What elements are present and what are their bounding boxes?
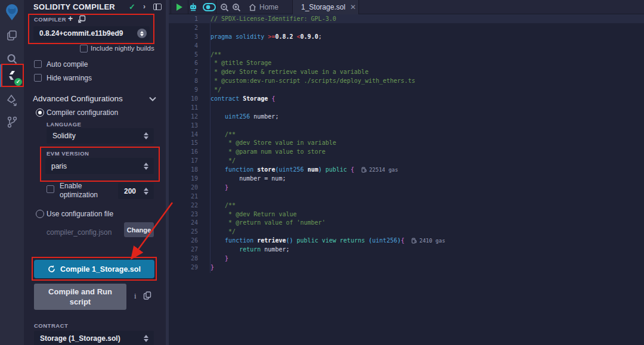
line-number[interactable]: 11 (169, 104, 198, 111)
code-line[interactable]: 11 (169, 103, 644, 112)
line-number[interactable]: 21 (169, 193, 198, 200)
code-line[interactable]: 8 * @custom:dev-run-script ./scripts/dep… (169, 76, 644, 85)
compile-and-run-button[interactable]: Compile and Run script (34, 284, 126, 310)
git-branch-icon (6, 116, 18, 129)
copilot-toggle-switch[interactable] (203, 3, 216, 11)
code-line[interactable]: 18 function store(uint256 num) public {2… (169, 165, 644, 174)
line-number[interactable]: 23 (169, 211, 198, 217)
code-line[interactable]: 7 * @dev Store & retrieve value in a var… (169, 67, 644, 76)
evm-version-select[interactable]: paris (45, 158, 154, 174)
line-number[interactable]: 24 (169, 219, 198, 226)
tab-label: 1_Storage.sol (301, 3, 345, 11)
line-content: return number; (198, 246, 289, 253)
remix-ai-robot-icon[interactable] (188, 3, 198, 12)
code-line[interactable]: 9 */ (169, 85, 644, 94)
line-number[interactable]: 17 (169, 157, 198, 164)
line-number[interactable]: 5 (169, 51, 198, 58)
code-line[interactable]: 25 */ (169, 227, 644, 236)
line-number[interactable]: 8 (169, 77, 198, 84)
optimization-runs-input[interactable]: 200 (118, 183, 154, 199)
line-number[interactable]: 15 (169, 139, 198, 146)
line-number[interactable]: 29 (169, 264, 198, 271)
panel-title: SOLIDITY COMPILER (33, 2, 115, 11)
line-number[interactable]: 4 (169, 42, 198, 49)
nightly-builds-checkbox[interactable] (80, 45, 88, 52)
line-number[interactable]: 10 (169, 95, 198, 102)
line-number[interactable]: 13 (169, 122, 198, 129)
line-number[interactable]: 12 (169, 113, 198, 120)
pin-panel-icon[interactable] (153, 4, 162, 10)
line-number[interactable]: 25 (169, 228, 198, 235)
chevron-down-icon[interactable] (149, 97, 156, 101)
tab-close-icon[interactable]: ✕ (350, 3, 356, 11)
code-line[interactable]: 17 */ (169, 156, 644, 165)
line-number[interactable]: 22 (169, 202, 198, 209)
use-config-file-radio[interactable] (36, 210, 44, 218)
auto-compile-checkbox[interactable] (34, 60, 42, 68)
code-line[interactable]: 21 (169, 192, 644, 201)
line-number[interactable]: 9 (169, 86, 198, 93)
import-compiler-icon[interactable] (78, 15, 86, 23)
code-line[interactable]: 10contract Storage { (169, 94, 644, 103)
code-line[interactable]: 23 * @dev Return value (169, 210, 644, 219)
line-number[interactable]: 18 (169, 166, 198, 173)
copy-icon[interactable] (143, 291, 151, 300)
code-line[interactable]: 20 } (169, 183, 644, 192)
code-line[interactable]: 5/** (169, 50, 644, 59)
code-line[interactable]: 3pragma solidity >=0.8.2 <0.9.0; (169, 32, 644, 41)
compiler-version-select[interactable]: 0.8.24+commit.e11b9ed9 (33, 26, 150, 41)
zoom-out-icon[interactable] (220, 3, 229, 12)
line-number[interactable]: 6 (169, 60, 198, 66)
enable-optimization-checkbox[interactable] (47, 185, 54, 193)
code-line[interactable]: 16 * @param num value to store (169, 147, 644, 156)
sidebar-item-deploy-run[interactable] (0, 89, 24, 112)
line-content: * @param num value to store (198, 148, 326, 155)
code-line[interactable]: 29} (169, 263, 644, 272)
code-line[interactable]: 14 /** (169, 130, 644, 139)
line-number[interactable]: 1 (169, 15, 198, 22)
code-line[interactable]: 4 (169, 41, 644, 50)
line-number[interactable]: 28 (169, 255, 198, 262)
tab-home[interactable]: Home (249, 0, 278, 14)
line-number[interactable]: 3 (169, 33, 198, 40)
line-number[interactable]: 16 (169, 148, 198, 155)
run-script-button[interactable] (171, 0, 188, 14)
chevron-right-icon[interactable]: › (143, 2, 145, 11)
zoom-in-icon[interactable] (232, 3, 241, 12)
tab-1-storage-sol[interactable]: 1_Storage.sol ✕ (292, 0, 359, 14)
code-line[interactable]: 28 } (169, 254, 644, 263)
code-line[interactable]: 27 return number; (169, 245, 644, 254)
language-select[interactable]: Solidity (47, 128, 154, 144)
sidebar-item-solidity-compiler[interactable]: ✓ (0, 64, 24, 87)
line-number[interactable]: 27 (169, 246, 198, 253)
line-number[interactable]: 14 (169, 131, 198, 138)
compile-button[interactable]: Compile 1_Storage.sol (34, 260, 154, 278)
code-line[interactable]: 19 number = num; (169, 174, 644, 183)
remix-logo-icon[interactable] (0, 1, 24, 24)
sidebar-item-file-explorer[interactable] (0, 24, 24, 46)
compiler-config-radio[interactable] (36, 108, 44, 117)
sidebar-item-git[interactable] (0, 111, 24, 133)
code-line[interactable]: 1// SPDX-License-Identifier: GPL-3.0 (169, 14, 644, 23)
line-number[interactable]: 2 (169, 24, 198, 31)
add-compiler-icon[interactable]: + (68, 14, 73, 23)
code-line[interactable]: 13 (169, 121, 644, 130)
hide-warnings-checkbox[interactable] (34, 74, 42, 82)
solidity-compiler-panel: SOLIDITY COMPILER ✓ › COMPILER + 0.8.24+… (24, 0, 166, 345)
code-line[interactable]: 6 * @title Storage (169, 58, 644, 67)
info-icon[interactable]: i (134, 291, 137, 301)
line-number[interactable]: 7 (169, 69, 198, 75)
code-editor[interactable]: 1// SPDX-License-Identifier: GPL-3.023pr… (169, 14, 644, 345)
change-config-button[interactable]: Change (124, 222, 154, 237)
advanced-config-title[interactable]: Advanced Configurations (33, 94, 123, 103)
code-line[interactable]: 15 * @dev Store value in variable (169, 138, 644, 147)
line-number[interactable]: 26 (169, 237, 198, 244)
code-line[interactable]: 26 function retrieve() public view retur… (169, 236, 644, 245)
contract-select[interactable]: Storage (1_Storage.sol) (34, 331, 154, 345)
code-line[interactable]: 24 * @return value of 'number' (169, 218, 644, 227)
code-line[interactable]: 22 /** (169, 201, 644, 210)
line-number[interactable]: 19 (169, 175, 198, 182)
code-line[interactable]: 2 (169, 23, 644, 32)
code-line[interactable]: 12 uint256 number; (169, 112, 644, 121)
line-number[interactable]: 20 (169, 184, 198, 191)
